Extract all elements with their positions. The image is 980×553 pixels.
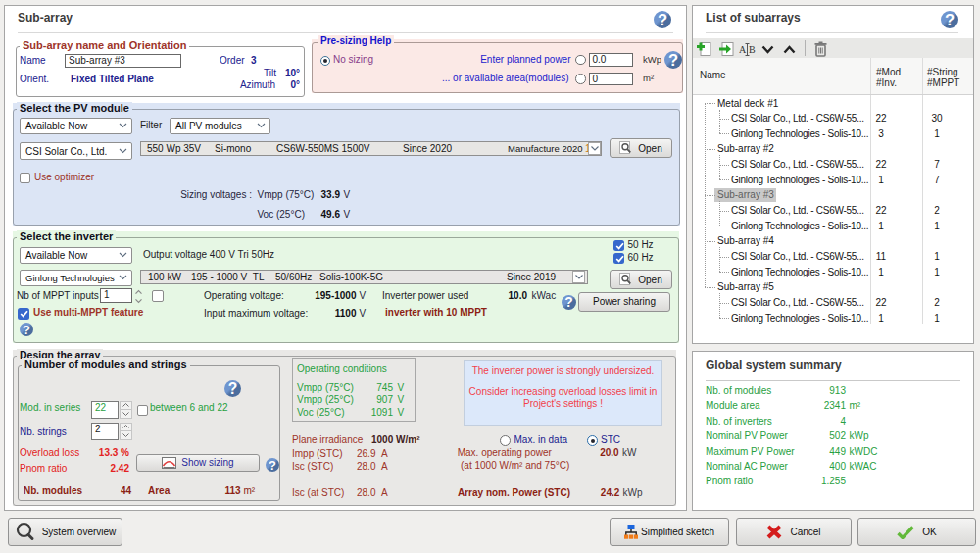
svg-text:A: A (739, 44, 747, 55)
svg-text:?: ? (23, 323, 30, 336)
svg-text:B: B (749, 44, 756, 55)
svg-text:?: ? (227, 380, 237, 397)
svg-text:?: ? (945, 11, 955, 28)
svg-text:?: ? (564, 295, 572, 310)
svg-text:?: ? (269, 458, 276, 472)
svg-text:?: ? (667, 51, 677, 69)
svg-text:?: ? (658, 11, 667, 28)
